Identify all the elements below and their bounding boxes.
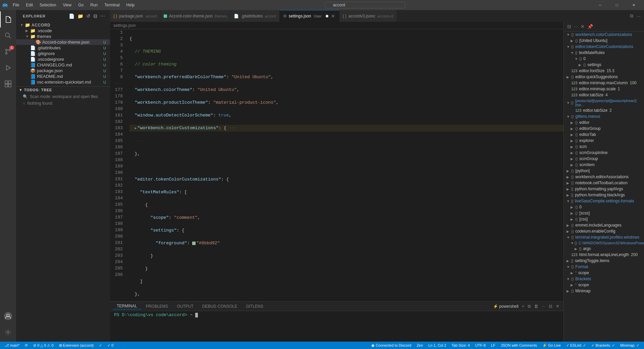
rp-item-explorer-gl[interactable]: ▶ {} explorer bbox=[564, 138, 644, 144]
rp-item-textmaterules[interactable]: ▼ [] textMateRules bbox=[564, 50, 644, 56]
sidebar-item-gitattributes[interactable]: ▶ 📄 .gitattributes U bbox=[16, 45, 110, 51]
rp-item-workbench-color-customizations[interactable]: ▼ {} workbench.colorCustomizations bbox=[564, 32, 644, 38]
sidebar-item-gitignore[interactable]: ▶ 📄 .gitignore U bbox=[16, 51, 110, 56]
tab-gitattributes[interactable]: 📄 .gitattributes accord bbox=[230, 10, 279, 22]
rp-item-editor-gl[interactable]: ▶ {} editor bbox=[564, 119, 644, 126]
rp-item-minimap-scale[interactable]: ▶ 123 editor.minimap.scale 1 bbox=[564, 86, 644, 92]
sidebar-item-changelog[interactable]: ▶ 📘 CHANGELOG.md U bbox=[16, 62, 110, 68]
rp-item-setting-toggle[interactable]: ▶ [] settingToggle.items bbox=[564, 258, 644, 264]
rp-item-quick-suggestions[interactable]: ▶ {} editor.quickSuggestions bbox=[564, 74, 644, 80]
more-tabs-button[interactable]: ··· bbox=[635, 12, 642, 20]
rp-item-editortab[interactable]: ▶ {} editorTab bbox=[564, 132, 644, 138]
sidebar-item-quickstart[interactable]: ▶ 📘 vsc-extension-quickstart.md U bbox=[16, 79, 110, 85]
tab-close-settings[interactable]: ✕ bbox=[330, 13, 336, 19]
rp-item-windows-power[interactable]: ▼ {} C:\WINDOWS\System32\WindowsPower... bbox=[564, 240, 644, 246]
status-minimap[interactable]: Minimap: ✓ bbox=[618, 342, 641, 349]
sidebar-item-packagejson[interactable]: ▶ 📦 package.json U bbox=[16, 68, 110, 73]
new-folder-icon[interactable]: 📁 bbox=[77, 13, 84, 19]
tab-accord-color[interactable]: Accord-color-theme.json themes bbox=[160, 10, 230, 22]
rp-item-minimap-maxcol[interactable]: ▶ 123 editor.minimap.maxColumn 100 bbox=[564, 80, 644, 86]
sidebar-item-vscode[interactable]: ▶ 📁 .vscode bbox=[16, 28, 110, 34]
rp-item-css[interactable]: ▶ {} [css] bbox=[564, 216, 644, 222]
rp-item-python[interactable]: ▶ {} [python] bbox=[564, 168, 644, 174]
minimize-button[interactable]: ─ bbox=[592, 0, 608, 10]
menu-view[interactable]: View bbox=[60, 2, 74, 8]
rp-item-codeium[interactable]: ▶ {} codeium.enableConfig bbox=[564, 228, 644, 234]
rp-item-emmet[interactable]: ▶ {} emmet.includeLanguages bbox=[564, 222, 644, 228]
status-brackets[interactable]: ✓ Brackets: ✓ bbox=[589, 342, 617, 349]
rp-item-scss[interactable]: ▶ {} [scss] bbox=[564, 210, 644, 216]
rp-item-brackets[interactable]: ▼ {} Brackets bbox=[564, 276, 644, 282]
rp-item-black-args[interactable]: ▶ [] python.formatting.blackArgs bbox=[564, 192, 644, 198]
activity-extensions[interactable] bbox=[0, 76, 16, 92]
activity-explorer[interactable] bbox=[0, 11, 16, 28]
rp-item-scmgroup[interactable]: ▶ {} scmGroup bbox=[564, 156, 644, 162]
rp-item-editor-assoc[interactable]: ▶ {} workbench.editorAssociations bbox=[564, 174, 644, 180]
code-container[interactable]: 1 2 3 4 5 6 7 8 ··· 177 178 179 180 181 bbox=[110, 29, 564, 301]
status-language[interactable]: JSON with Comments bbox=[499, 342, 539, 349]
menu-go[interactable]: Go bbox=[75, 2, 86, 8]
terminal-close-button[interactable]: ✕ bbox=[554, 303, 561, 309]
terminal-add-button[interactable]: + bbox=[521, 303, 526, 309]
rp-item-united-ubuntu[interactable]: ▶ {} [United Ubuntu] bbox=[564, 38, 644, 44]
more-options-icon[interactable]: ··· bbox=[100, 13, 106, 19]
right-panel-pin-icon[interactable]: 📌 bbox=[587, 23, 594, 30]
rp-item-terminal-profiles[interactable]: ▼ {} terminal.integrated.profiles.window… bbox=[564, 234, 644, 240]
status-eol[interactable]: LF bbox=[489, 342, 497, 349]
rp-item-editorgroup[interactable]: ▶ {} editorGroup bbox=[564, 126, 644, 132]
terminal-maximize-button[interactable]: ⊟ bbox=[547, 303, 554, 309]
terminal-more-button[interactable]: ··· bbox=[540, 303, 547, 309]
rp-item-brackets-scope[interactable]: ▶ " scope bbox=[564, 282, 644, 288]
rp-item-minimap[interactable]: ▶ {} Minimap bbox=[564, 288, 644, 294]
tab-packagejson[interactable]: { } package.json accord bbox=[110, 10, 160, 22]
rp-item-format-scope[interactable]: ▶ " scope bbox=[564, 270, 644, 276]
terminal-tab-gitlens[interactable]: GITLENS bbox=[242, 303, 267, 309]
status-problems[interactable]: ⊘ 0 △ 0 ⚠ 0 bbox=[31, 342, 55, 349]
status-golive[interactable]: ⚡ Go Live bbox=[540, 342, 563, 349]
rp-item-editor-token[interactable]: ▼ {} editor.tokenColorCustomizations bbox=[564, 44, 644, 50]
menu-file[interactable]: File bbox=[10, 2, 22, 8]
maximize-button[interactable]: □ bbox=[609, 0, 625, 10]
terminal-trash-button[interactable]: 🗑 bbox=[533, 303, 540, 309]
status-check[interactable]: ✓ bbox=[97, 342, 104, 349]
menu-selection[interactable]: Selection bbox=[37, 2, 59, 8]
sidebar-item-themes[interactable]: ▼ 📁 themes bbox=[16, 34, 110, 39]
rp-item-scm[interactable]: ▶ {} scm bbox=[564, 144, 644, 150]
rp-item-gitlens[interactable]: ▼ {} gitlens.menus bbox=[564, 113, 644, 119]
menu-terminal[interactable]: Terminal bbox=[102, 2, 122, 8]
refresh-icon[interactable]: ↺ bbox=[86, 13, 91, 19]
sidebar-root-accord[interactable]: ▼ 📁 ACCORD bbox=[16, 22, 110, 28]
right-panel-close-icon[interactable]: ✕ bbox=[580, 23, 585, 30]
status-sync[interactable]: ⟳ bbox=[23, 342, 30, 349]
status-eslint[interactable]: ✓ ESLint: ✓ bbox=[564, 342, 588, 349]
status-extension[interactable]: ⊞ Extension (accord) bbox=[57, 342, 96, 349]
right-panel-tree[interactable]: ▼ {} workbench.colorCustomizations ▶ {} … bbox=[564, 32, 644, 342]
tab-accordv3[interactable]: { } accordv3.jsonc accord-v2 bbox=[339, 10, 397, 22]
rp-item-scmitem[interactable]: ▶ {} scmItem bbox=[564, 162, 644, 168]
rp-item-yapf-args[interactable]: ▶ [] python.formatting.yapfArgs bbox=[564, 186, 644, 192]
terminal-tab-problems[interactable]: PROBLEMS bbox=[142, 303, 172, 309]
rp-item-tabsize-2[interactable]: ▶ 123 editor.tabSize 2 bbox=[564, 107, 644, 113]
collapse-all-icon[interactable]: ⊟ bbox=[93, 13, 98, 19]
sidebar-item-vscodeignore[interactable]: ▶ 📄 .vscodeignore U bbox=[16, 56, 110, 62]
activity-settings[interactable] bbox=[0, 324, 16, 340]
rp-item-html-wrap[interactable]: ▶ 123 html.format.wrapLineLength 200 bbox=[564, 252, 644, 258]
code-editor[interactable]: { // THEMING // color theming "workbench… bbox=[127, 29, 564, 301]
status-branch[interactable]: ⎇ main* bbox=[3, 342, 21, 349]
menu-help[interactable]: Help bbox=[124, 2, 138, 8]
status-discord[interactable]: ◉ Connected to Discord bbox=[369, 342, 413, 349]
rp-item-tabsize[interactable]: ▶ 123 editor.tabSize 4 bbox=[564, 92, 644, 98]
status-tabsize[interactable]: Tab Size: 4 bbox=[449, 342, 472, 349]
activity-accounts[interactable] bbox=[0, 308, 16, 324]
todos-section-header[interactable]: ▼ TODOS: TREE bbox=[16, 87, 110, 93]
terminal-tab-debug[interactable]: DEBUG CONSOLE bbox=[198, 303, 241, 309]
rp-item-scmgroupinline[interactable]: ▶ {} scmGroupInline bbox=[564, 150, 644, 156]
right-panel-more-icon[interactable]: ··· bbox=[573, 23, 579, 30]
close-button[interactable]: ✕ bbox=[626, 0, 641, 10]
status-encoding[interactable]: UTF-8 bbox=[473, 342, 488, 349]
rp-item-0[interactable]: ▼ {} 0 bbox=[564, 56, 644, 62]
terminal-tab-terminal[interactable]: TERMINAL bbox=[113, 303, 141, 309]
new-file-icon[interactable]: 📄 bbox=[68, 13, 75, 19]
rp-item-livesass-0[interactable]: ▶ {} 0 bbox=[564, 204, 644, 210]
terminal-content[interactable]: PS D:\coding\vs code\accord> ~ bbox=[110, 311, 564, 342]
